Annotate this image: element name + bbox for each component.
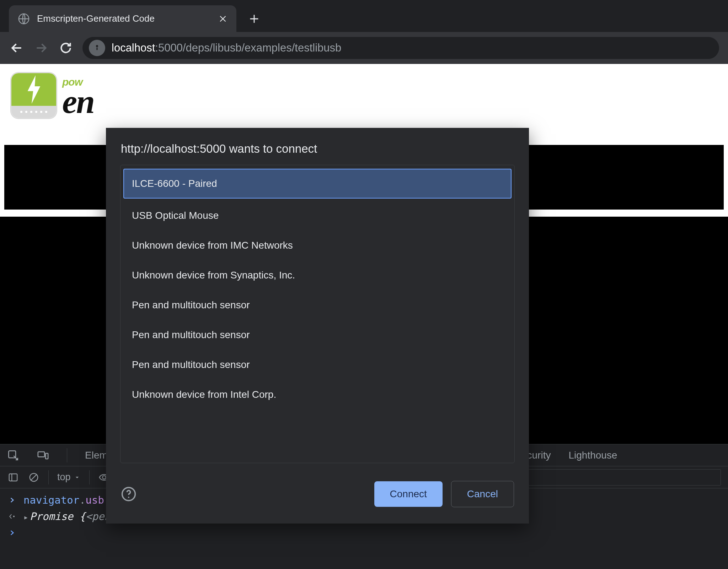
device-item[interactable]: Pen and multitouch sensor: [123, 290, 512, 320]
browser-tab[interactable]: Emscripten-Generated Code: [9, 5, 236, 32]
console-return-icon: [7, 510, 17, 522]
new-tab-button[interactable]: [245, 10, 263, 28]
logo-en-text: en: [62, 88, 94, 115]
device-item[interactable]: USB Optical Mouse: [123, 201, 512, 231]
console-prompt-icon: [7, 494, 17, 506]
emscripten-logo-badge: [11, 72, 57, 119]
back-button[interactable]: [9, 40, 25, 56]
inspect-icon[interactable]: [7, 449, 19, 461]
page-content: pow en http://localhost:5000 wants to co…: [0, 64, 728, 444]
device-list: ILCE-6600 - Paired USB Optical Mouse Unk…: [120, 165, 515, 463]
browser-toolbar: localhost:5000/deps/libusb/examples/test…: [0, 32, 728, 64]
svg-point-10: [102, 476, 106, 479]
device-item[interactable]: Unknown device from Intel Corp.: [123, 380, 512, 410]
device-item[interactable]: ILCE-6600 - Paired: [123, 169, 512, 199]
connect-button[interactable]: Connect: [374, 481, 443, 507]
close-tab-icon[interactable]: [218, 14, 228, 23]
dialog-title: http://localhost:5000 wants to connect: [106, 128, 529, 165]
reload-button[interactable]: [58, 40, 74, 56]
address-bar[interactable]: localhost:5000/deps/libusb/examples/test…: [82, 37, 719, 59]
devtools-tab-lighthouse[interactable]: Lighthouse: [568, 450, 617, 461]
emscripten-logo: pow en: [11, 72, 94, 119]
url-text: localhost:5000/deps/libusb/examples/test…: [112, 42, 341, 54]
device-toolbar-icon[interactable]: [37, 449, 49, 461]
device-item[interactable]: Pen and multitouch sensor: [123, 320, 512, 350]
console-sidebar-icon[interactable]: [7, 471, 19, 483]
console-prompt-icon: [7, 527, 17, 539]
device-item[interactable]: Pen and multitouch sensor: [123, 350, 512, 380]
svg-rect-8: [9, 474, 17, 481]
svg-point-11: [14, 516, 15, 517]
webusb-dialog: http://localhost:5000 wants to connect I…: [106, 128, 529, 524]
svg-rect-7: [46, 453, 48, 459]
device-item[interactable]: Unknown device from Synaptics, Inc.: [123, 260, 512, 290]
svg-point-4: [128, 497, 129, 498]
forward-button[interactable]: [33, 40, 49, 56]
device-item[interactable]: Unknown device from IMC Networks: [123, 231, 512, 260]
help-icon[interactable]: [121, 486, 136, 502]
site-info-icon[interactable]: [89, 40, 105, 56]
svg-point-2: [96, 45, 98, 47]
tab-title: Emscripten-Generated Code: [37, 13, 211, 24]
console-context-selector[interactable]: top: [57, 472, 81, 483]
console-line-prompt[interactable]: [7, 525, 721, 541]
svg-rect-6: [38, 452, 44, 457]
cancel-button[interactable]: Cancel: [451, 481, 514, 507]
tab-strip: Emscripten-Generated Code: [0, 0, 728, 32]
clear-console-icon[interactable]: [28, 471, 40, 483]
globe-icon: [18, 13, 30, 25]
